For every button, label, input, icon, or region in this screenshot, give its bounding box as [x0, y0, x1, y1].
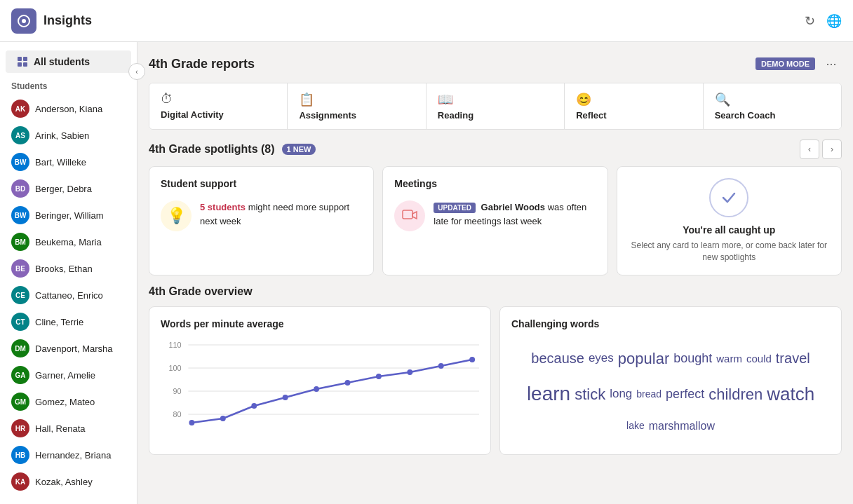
meetings-student: Gabriel Woods — [481, 202, 546, 212]
avatar: AS — [11, 126, 29, 144]
challenging-word[interactable]: perfect — [666, 383, 704, 405]
avatar: KA — [11, 472, 29, 491]
list-item[interactable]: AK Anderson, Kiana — [0, 95, 137, 122]
updated-badge: UPDATED — [434, 203, 476, 213]
challenging-words-title: Challenging words — [511, 318, 830, 329]
topbar-left: Insights — [11, 8, 92, 34]
nav-tab[interactable]: 😊 Reflect — [565, 83, 703, 129]
svg-point-19 — [314, 386, 319, 392]
student-name: Davenport, Marsha — [35, 343, 113, 354]
meetings-text: UPDATED Gabriel Woods was often late for… — [434, 200, 596, 228]
refresh-icon[interactable]: ↻ — [805, 13, 815, 29]
challenging-word[interactable]: travel — [776, 346, 810, 371]
student-name: Gomez, Mateo — [35, 397, 95, 407]
globe-icon[interactable]: 🌐 — [826, 13, 842, 29]
list-item[interactable]: AS Arink, Sabien — [0, 122, 137, 149]
avatar: BW — [11, 206, 29, 224]
challenging-word[interactable]: popular — [618, 345, 669, 373]
svg-text:90: 90 — [173, 387, 182, 395]
list-item[interactable]: BE Brooks, Ethan — [0, 255, 137, 282]
student-name: Bart, Willeke — [35, 157, 86, 168]
meetings-body: UPDATED Gabriel Woods was often late for… — [394, 200, 596, 231]
all-students-button[interactable]: All students — [6, 50, 131, 73]
sidebar-collapse-button[interactable]: ‹ — [128, 63, 145, 80]
challenging-word[interactable]: children — [708, 381, 763, 409]
student-support-title: Student support — [161, 178, 362, 189]
spotlight-prev-button[interactable]: ‹ — [800, 139, 819, 159]
avatar: HR — [11, 419, 29, 437]
svg-point-24 — [469, 357, 475, 362]
avatar: DM — [11, 339, 29, 357]
topbar-right: ↻ 🌐 — [805, 13, 842, 29]
all-students-icon — [17, 56, 28, 67]
list-item[interactable]: DM Davenport, Marsha — [0, 335, 137, 362]
student-support-text: 5 students might need more support next … — [200, 200, 362, 228]
student-support-card[interactable]: Student support 💡 5 students might need … — [149, 166, 374, 275]
list-item[interactable]: CT Cline, Terrie — [0, 308, 137, 335]
meetings-title: Meetings — [394, 178, 596, 189]
nav-tab[interactable]: 📋 Assignments — [288, 83, 426, 129]
challenging-word[interactable]: bread — [636, 386, 661, 403]
list-item[interactable]: BW Beringer, William — [0, 202, 137, 229]
meetings-card[interactable]: Meetings UPDATED Gabriel Woods was often… — [382, 166, 607, 275]
nav-tab-icon: ⏱ — [161, 92, 173, 107]
challenging-word[interactable]: watch — [767, 378, 814, 411]
list-item[interactable]: GM Gomez, Mateo — [0, 388, 137, 415]
avatar: BD — [11, 179, 29, 198]
nav-tab-label: Reading — [438, 110, 473, 121]
svg-rect-2 — [18, 57, 22, 61]
nav-tab[interactable]: ⏱ Digital Activity — [149, 83, 288, 129]
student-name: Garner, Amelie — [35, 370, 95, 381]
challenging-word[interactable]: warm — [716, 349, 742, 368]
svg-rect-6 — [403, 210, 412, 219]
student-name: Brooks, Ethan — [35, 264, 93, 274]
svg-text:110: 110 — [169, 341, 182, 349]
challenging-word[interactable]: learn — [527, 376, 570, 411]
svg-rect-3 — [23, 57, 27, 61]
list-item[interactable]: HB Hernandez, Briana — [0, 442, 137, 468]
student-name: Arink, Sabien — [35, 130, 89, 141]
reports-title: 4th Grade reports — [149, 57, 255, 71]
challenging-word[interactable]: bought — [673, 347, 712, 369]
wpm-card: Words per minute average 110 100 90 80 — [149, 306, 491, 456]
avatar: AK — [11, 100, 29, 118]
main-content: 4th Grade reports DEMO MODE ··· ⏱ Digita… — [137, 42, 853, 504]
topbar: Insights ↻ 🌐 — [0, 0, 853, 42]
svg-point-20 — [345, 380, 351, 386]
more-options-button[interactable]: ··· — [821, 53, 842, 74]
student-name: Hernandez, Briana — [35, 450, 111, 461]
list-item[interactable]: BM Beukema, Maria — [0, 229, 137, 255]
wpm-chart-svg: 110 100 90 80 — [161, 338, 479, 443]
challenging-word[interactable]: marshmallow — [649, 416, 715, 437]
challenging-word[interactable]: long — [610, 383, 632, 405]
caught-up-text: Select any card to learn more, or come b… — [629, 240, 830, 264]
list-item[interactable]: HR Hall, Renata — [0, 415, 137, 442]
nav-tabs: ⏱ Digital Activity 📋 Assignments 📖 Readi… — [149, 83, 842, 130]
challenging-word[interactable]: lake — [626, 417, 645, 435]
nav-tab[interactable]: 🔍 Search Coach — [704, 83, 841, 129]
word-cloud: becauseeyespopularboughtwarmcouldtravell… — [511, 338, 830, 444]
support-icon: 💡 — [161, 200, 192, 231]
avatar: GM — [11, 393, 29, 411]
list-item[interactable]: BW Bart, Willeke — [0, 149, 137, 175]
student-name: Berger, Debra — [35, 184, 92, 194]
list-item[interactable]: KA Kozak, Ashley — [0, 468, 137, 495]
sidebar: All students Students AK Anderson, Kiana… — [0, 42, 137, 504]
app-icon — [11, 8, 36, 34]
caught-up-title: You're all caught up — [683, 224, 775, 236]
svg-point-1 — [22, 19, 26, 23]
list-item[interactable]: BD Berger, Debra — [0, 175, 137, 202]
challenging-word[interactable]: stick — [575, 381, 605, 409]
demo-mode-badge: DEMO MODE — [755, 57, 815, 70]
nav-tab-icon: 😊 — [576, 92, 591, 107]
student-name: Cline, Terrie — [35, 317, 83, 327]
challenging-word[interactable]: could — [746, 349, 772, 368]
nav-tab[interactable]: 📖 Reading — [426, 83, 565, 129]
list-item[interactable]: GA Garner, Amelie — [0, 362, 137, 388]
svg-point-21 — [376, 374, 382, 379]
spotlight-next-button[interactable]: › — [822, 139, 842, 159]
student-name: Kozak, Ashley — [35, 477, 93, 487]
list-item[interactable]: CE Cattaneo, Enrico — [0, 282, 137, 308]
challenging-word[interactable]: because — [531, 346, 584, 371]
challenging-word[interactable]: eyes — [589, 348, 614, 369]
